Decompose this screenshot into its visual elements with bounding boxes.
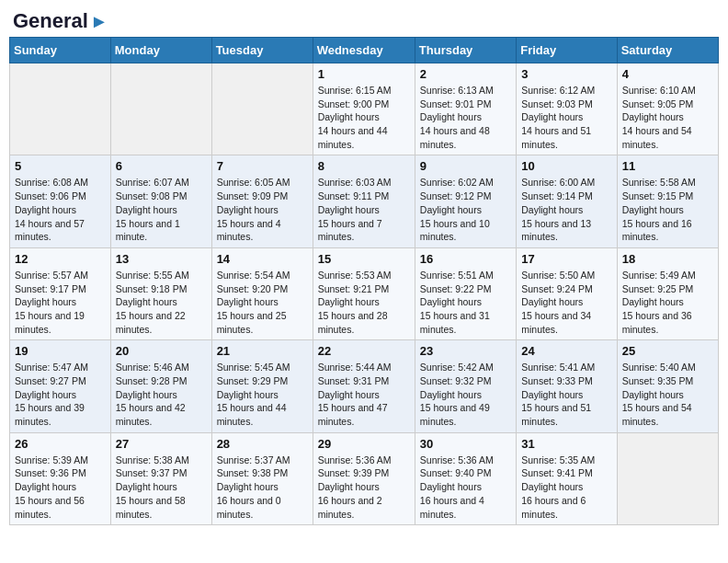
day-info: Sunrise: 6:03 AM Sunset: 9:11 PM Dayligh…: [318, 176, 410, 243]
day-number: 16: [420, 252, 511, 266]
weekday-header-thursday: Thursday: [415, 38, 516, 63]
calendar-cell: 15 Sunrise: 5:53 AM Sunset: 9:21 PM Dayl…: [313, 247, 415, 339]
calendar-cell: [110, 63, 211, 155]
calendar-cell: [617, 432, 718, 524]
day-info: Sunrise: 6:08 AM Sunset: 9:06 PM Dayligh…: [15, 176, 106, 243]
day-info: Sunrise: 6:15 AM Sunset: 9:00 PM Dayligh…: [318, 84, 410, 151]
day-info: Sunrise: 5:47 AM Sunset: 9:27 PM Dayligh…: [15, 361, 106, 428]
weekday-header-sunday: Sunday: [10, 38, 111, 63]
calendar-cell: 6 Sunrise: 6:07 AM Sunset: 9:08 PM Dayli…: [110, 155, 211, 247]
calendar-cell: 24 Sunrise: 5:41 AM Sunset: 9:33 PM Dayl…: [517, 340, 617, 432]
day-number: 29: [318, 437, 410, 451]
day-info: Sunrise: 5:55 AM Sunset: 9:18 PM Dayligh…: [116, 269, 207, 336]
day-number: 2: [420, 67, 511, 81]
day-info: Sunrise: 5:49 AM Sunset: 9:25 PM Dayligh…: [622, 269, 713, 336]
calendar-cell: 16 Sunrise: 5:51 AM Sunset: 9:22 PM Dayl…: [415, 247, 516, 339]
day-number: 20: [116, 344, 207, 358]
calendar-cell: 26 Sunrise: 5:39 AM Sunset: 9:36 PM Dayl…: [10, 432, 111, 524]
weekday-header-tuesday: Tuesday: [211, 38, 313, 63]
day-number: 13: [116, 252, 207, 266]
calendar-cell: 21 Sunrise: 5:45 AM Sunset: 9:29 PM Dayl…: [211, 340, 313, 432]
page-header: General ►: [9, 9, 719, 29]
day-info: Sunrise: 6:10 AM Sunset: 9:05 PM Dayligh…: [622, 84, 713, 151]
calendar-cell: 22 Sunrise: 5:44 AM Sunset: 9:31 PM Dayl…: [313, 340, 415, 432]
calendar-cell: 7 Sunrise: 6:05 AM Sunset: 9:09 PM Dayli…: [211, 155, 313, 247]
day-number: 21: [217, 344, 308, 358]
weekday-header-friday: Friday: [517, 38, 617, 63]
day-number: 6: [116, 159, 207, 173]
day-number: 30: [420, 437, 511, 451]
day-number: 24: [521, 344, 611, 358]
day-number: 7: [217, 159, 308, 173]
calendar-table: SundayMondayTuesdayWednesdayThursdayFrid…: [9, 37, 719, 525]
calendar-cell: [10, 63, 111, 155]
day-number: 17: [521, 252, 611, 266]
day-info: Sunrise: 6:07 AM Sunset: 9:08 PM Dayligh…: [116, 176, 207, 243]
calendar-cell: 4 Sunrise: 6:10 AM Sunset: 9:05 PM Dayli…: [617, 63, 718, 155]
day-number: 5: [15, 159, 106, 173]
calendar-week-row: 1 Sunrise: 6:15 AM Sunset: 9:00 PM Dayli…: [10, 63, 719, 155]
calendar-cell: 30 Sunrise: 5:36 AM Sunset: 9:40 PM Dayl…: [415, 432, 516, 524]
day-info: Sunrise: 5:45 AM Sunset: 9:29 PM Dayligh…: [217, 361, 308, 428]
day-info: Sunrise: 6:12 AM Sunset: 9:03 PM Dayligh…: [521, 84, 611, 151]
day-number: 8: [318, 159, 410, 173]
day-info: Sunrise: 5:39 AM Sunset: 9:36 PM Dayligh…: [15, 454, 106, 521]
calendar-cell: 2 Sunrise: 6:13 AM Sunset: 9:01 PM Dayli…: [415, 63, 516, 155]
day-number: 10: [521, 159, 611, 173]
calendar-cell: 20 Sunrise: 5:46 AM Sunset: 9:28 PM Dayl…: [110, 340, 211, 432]
calendar-cell: 11 Sunrise: 5:58 AM Sunset: 9:15 PM Dayl…: [617, 155, 718, 247]
logo-bird-icon: ►: [90, 11, 108, 32]
day-info: Sunrise: 5:38 AM Sunset: 9:37 PM Dayligh…: [116, 454, 207, 521]
calendar-cell: 31 Sunrise: 5:35 AM Sunset: 9:41 PM Dayl…: [517, 432, 617, 524]
day-number: 3: [521, 67, 611, 81]
day-number: 19: [15, 344, 106, 358]
calendar-cell: 29 Sunrise: 5:36 AM Sunset: 9:39 PM Dayl…: [313, 432, 415, 524]
day-info: Sunrise: 5:54 AM Sunset: 9:20 PM Dayligh…: [217, 269, 308, 336]
calendar-cell: 5 Sunrise: 6:08 AM Sunset: 9:06 PM Dayli…: [10, 155, 111, 247]
calendar-cell: 18 Sunrise: 5:49 AM Sunset: 9:25 PM Dayl…: [617, 247, 718, 339]
day-number: 15: [318, 252, 410, 266]
day-info: Sunrise: 5:40 AM Sunset: 9:35 PM Dayligh…: [622, 361, 713, 428]
calendar-cell: 8 Sunrise: 6:03 AM Sunset: 9:11 PM Dayli…: [313, 155, 415, 247]
weekday-header-monday: Monday: [110, 38, 211, 63]
day-number: 23: [420, 344, 511, 358]
calendar-week-row: 12 Sunrise: 5:57 AM Sunset: 9:17 PM Dayl…: [10, 247, 719, 339]
day-info: Sunrise: 5:42 AM Sunset: 9:32 PM Dayligh…: [420, 361, 511, 428]
calendar-cell: 28 Sunrise: 5:37 AM Sunset: 9:38 PM Dayl…: [211, 432, 313, 524]
day-number: 22: [318, 344, 410, 358]
day-number: 4: [622, 67, 713, 81]
day-info: Sunrise: 5:58 AM Sunset: 9:15 PM Dayligh…: [622, 176, 713, 243]
calendar-cell: 12 Sunrise: 5:57 AM Sunset: 9:17 PM Dayl…: [10, 247, 111, 339]
calendar-week-row: 19 Sunrise: 5:47 AM Sunset: 9:27 PM Dayl…: [10, 340, 719, 432]
day-info: Sunrise: 6:05 AM Sunset: 9:09 PM Dayligh…: [217, 176, 308, 243]
calendar-cell: 17 Sunrise: 5:50 AM Sunset: 9:24 PM Dayl…: [517, 247, 617, 339]
calendar-week-row: 26 Sunrise: 5:39 AM Sunset: 9:36 PM Dayl…: [10, 432, 719, 524]
day-info: Sunrise: 5:57 AM Sunset: 9:17 PM Dayligh…: [15, 269, 106, 336]
day-number: 14: [217, 252, 308, 266]
day-info: Sunrise: 5:50 AM Sunset: 9:24 PM Dayligh…: [521, 269, 611, 336]
calendar-week-row: 5 Sunrise: 6:08 AM Sunset: 9:06 PM Dayli…: [10, 155, 719, 247]
calendar-cell: 27 Sunrise: 5:38 AM Sunset: 9:37 PM Dayl…: [110, 432, 211, 524]
day-info: Sunrise: 5:35 AM Sunset: 9:41 PM Dayligh…: [521, 454, 611, 521]
day-number: 27: [116, 437, 207, 451]
weekday-header-wednesday: Wednesday: [313, 38, 415, 63]
calendar-cell: 1 Sunrise: 6:15 AM Sunset: 9:00 PM Dayli…: [313, 63, 415, 155]
logo-text: General: [13, 9, 88, 33]
day-info: Sunrise: 6:00 AM Sunset: 9:14 PM Dayligh…: [521, 176, 611, 243]
day-info: Sunrise: 5:46 AM Sunset: 9:28 PM Dayligh…: [116, 361, 207, 428]
day-info: Sunrise: 5:53 AM Sunset: 9:21 PM Dayligh…: [318, 269, 410, 336]
calendar-cell: 10 Sunrise: 6:00 AM Sunset: 9:14 PM Dayl…: [517, 155, 617, 247]
day-info: Sunrise: 6:02 AM Sunset: 9:12 PM Dayligh…: [420, 176, 511, 243]
calendar-cell: 14 Sunrise: 5:54 AM Sunset: 9:20 PM Dayl…: [211, 247, 313, 339]
day-number: 28: [217, 437, 308, 451]
day-number: 18: [622, 252, 713, 266]
calendar-cell: 13 Sunrise: 5:55 AM Sunset: 9:18 PM Dayl…: [110, 247, 211, 339]
day-number: 11: [622, 159, 713, 173]
day-info: Sunrise: 5:51 AM Sunset: 9:22 PM Dayligh…: [420, 269, 511, 336]
day-info: Sunrise: 5:36 AM Sunset: 9:39 PM Dayligh…: [318, 454, 410, 521]
calendar-cell: 25 Sunrise: 5:40 AM Sunset: 9:35 PM Dayl…: [617, 340, 718, 432]
day-info: Sunrise: 5:41 AM Sunset: 9:33 PM Dayligh…: [521, 361, 611, 428]
calendar-cell: 19 Sunrise: 5:47 AM Sunset: 9:27 PM Dayl…: [10, 340, 111, 432]
day-info: Sunrise: 5:44 AM Sunset: 9:31 PM Dayligh…: [318, 361, 410, 428]
day-number: 31: [521, 437, 611, 451]
